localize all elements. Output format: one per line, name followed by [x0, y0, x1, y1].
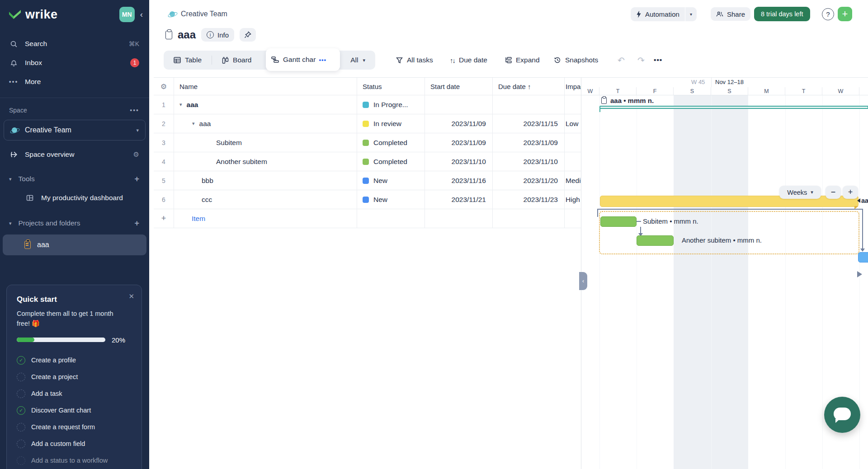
impact-cell[interactable] — [565, 95, 581, 114]
tab-options-icon[interactable]: ••• — [319, 56, 326, 63]
add-item-row[interactable]: + Item — [154, 209, 581, 228]
quick-start-item[interactable]: Add a task — [17, 385, 132, 402]
table-row[interactable]: 6 ccc New 2023/11/21 2023/11/23 High — [154, 190, 581, 209]
zoom-scale-dropdown[interactable]: Weeks ▾ — [779, 186, 821, 199]
table-row[interactable]: 5 bbb New 2023/11/16 2023/11/20 Mediu — [154, 171, 581, 190]
task-name-cell[interactable]: Another subitem — [174, 152, 357, 171]
chevron-down-icon[interactable]: ▾ — [192, 121, 195, 127]
status-cell[interactable]: New — [357, 190, 425, 209]
sidebar-item-space-overview[interactable]: Space overview ⚙ — [0, 145, 149, 164]
pin-button[interactable] — [240, 28, 256, 42]
table-row[interactable]: 1 ▾aaa In Progre... — [154, 95, 581, 114]
add-project-button[interactable]: + — [134, 219, 139, 228]
table-settings-gear-icon[interactable]: ⚙ — [154, 78, 174, 95]
add-item-plus-icon[interactable]: + — [154, 209, 174, 228]
space-menu-icon[interactable]: ••• — [130, 107, 139, 114]
start-date-cell[interactable]: 2023/11/10 — [425, 152, 493, 171]
help-button[interactable]: ? — [822, 8, 834, 20]
start-date-cell[interactable]: 2023/11/16 — [425, 171, 493, 190]
column-header-status[interactable]: Status — [357, 78, 425, 95]
status-cell[interactable]: Completed — [357, 152, 425, 171]
column-header-due-date[interactable]: Due date ↑ — [493, 78, 565, 95]
close-icon[interactable]: ✕ — [128, 292, 134, 300]
due-date-cell[interactable]: 2023/11/15 — [493, 114, 565, 133]
gantt-summary-label[interactable]: aaa • mmm n. — [601, 97, 654, 104]
sidebar-item-inbox[interactable]: Inbox 1 — [0, 53, 149, 72]
column-header-start-date[interactable]: Start date — [425, 78, 493, 95]
offscreen-task-arrow-icon[interactable] — [857, 271, 862, 277]
filter-button[interactable]: All tasks — [396, 52, 433, 68]
sidebar-collapse-icon[interactable]: ‹ — [140, 9, 143, 19]
gantt-bar-bbb[interactable] — [858, 252, 868, 263]
chat-widget-button[interactable] — [824, 397, 860, 433]
due-date-cell[interactable] — [493, 95, 565, 114]
impact-cell[interactable] — [565, 133, 581, 152]
start-date-cell[interactable]: 2023/11/09 — [425, 114, 493, 133]
gantt-summary-bar[interactable] — [599, 106, 868, 109]
column-header-name[interactable]: Name — [174, 78, 357, 95]
sidebar-item-project-aaa[interactable]: aaa — [3, 234, 146, 255]
sidebar-item-more[interactable]: ••• More — [0, 72, 149, 91]
info-button[interactable]: i Info — [201, 28, 234, 42]
task-name-cell[interactable]: ccc — [174, 190, 357, 209]
undo-button[interactable]: ↶ — [618, 52, 625, 68]
start-date-cell[interactable] — [425, 95, 493, 114]
quick-start-item[interactable]: Create a request form — [17, 419, 132, 436]
tab-board[interactable]: Board — [212, 51, 261, 70]
toolbar-more-button[interactable]: ••• — [654, 52, 662, 68]
share-button[interactable]: Share — [711, 7, 750, 21]
space-selector[interactable]: Creative Team ▾ — [4, 120, 146, 141]
impact-cell[interactable]: Mediu — [565, 171, 581, 190]
sidebar-item-productivity-dashboard[interactable]: My productivity dashboard — [0, 188, 149, 207]
impact-cell[interactable]: Low — [565, 114, 581, 133]
table-row[interactable]: 3 Subitem Completed 2023/11/09 2023/11/0… — [154, 133, 581, 152]
due-date-cell[interactable]: 2023/11/23 — [493, 190, 565, 209]
tools-group[interactable]: ▾ Tools + — [0, 169, 149, 188]
start-date-cell[interactable]: 2023/11/21 — [425, 190, 493, 209]
projects-group[interactable]: ▾ Projects and folders + — [0, 214, 149, 233]
redo-button[interactable]: ↷ — [637, 52, 645, 68]
tab-gantt-chart-selected[interactable]: Gantt char ••• — [266, 48, 340, 71]
wrike-logo[interactable]: wrike — [25, 8, 58, 22]
due-date-cell[interactable]: 2023/11/10 — [493, 152, 565, 171]
quick-start-item[interactable]: ✓ Discover Gantt chart — [17, 402, 132, 419]
task-name-cell[interactable]: ▾aaa — [174, 114, 357, 133]
task-name-cell[interactable]: bbb — [174, 171, 357, 190]
breadcrumb[interactable]: Creative Team — [168, 10, 227, 18]
expand-button[interactable]: Expand — [505, 52, 540, 68]
sidebar-item-search[interactable]: Search ⌘K — [0, 34, 149, 53]
quick-start-item[interactable]: ✓ Create a profile — [17, 352, 132, 369]
quick-start-item[interactable]: Add a status to a workflow — [17, 452, 132, 469]
zoom-in-button[interactable]: + — [843, 186, 858, 199]
impact-cell[interactable]: High — [565, 190, 581, 209]
status-cell[interactable]: In review — [357, 114, 425, 133]
chevron-down-icon[interactable]: ▾ — [685, 12, 697, 17]
status-cell[interactable]: New — [357, 171, 425, 190]
gantt-bar-subitem[interactable] — [600, 216, 637, 227]
avatar[interactable]: MN — [119, 7, 135, 22]
column-header-impact[interactable]: Impact — [565, 78, 581, 95]
gantt-bar-another-subitem[interactable] — [637, 235, 674, 246]
create-new-button[interactable]: + — [838, 7, 852, 21]
zoom-out-button[interactable]: − — [826, 186, 841, 199]
due-date-cell[interactable]: 2023/11/09 — [493, 133, 565, 152]
chevron-down-icon[interactable]: ▾ — [179, 102, 182, 108]
panel-splitter-handle[interactable]: ‹ — [579, 272, 587, 290]
snapshots-button[interactable]: Snapshots — [554, 52, 598, 68]
tab-table[interactable]: Table — [164, 51, 212, 70]
add-tool-button[interactable]: + — [134, 174, 139, 184]
quick-start-item[interactable]: Add a custom field — [17, 436, 132, 452]
task-name-cell[interactable]: ▾aaa — [174, 95, 357, 114]
quick-start-item[interactable]: Create a project — [17, 369, 132, 385]
sort-button[interactable]: ↑↓ Due date — [450, 52, 487, 68]
gear-icon[interactable]: ⚙ — [133, 150, 139, 159]
status-cell[interactable]: Completed — [357, 133, 425, 152]
all-views-dropdown[interactable]: All ▾ — [340, 51, 375, 70]
due-date-cell[interactable]: 2023/11/20 — [493, 171, 565, 190]
status-cell[interactable]: In Progre... — [357, 95, 425, 114]
table-row[interactable]: 2 ▾aaa In review 2023/11/09 2023/11/15 L… — [154, 114, 581, 133]
automation-button[interactable]: Automation ▾ — [631, 7, 697, 21]
impact-cell[interactable] — [565, 152, 581, 171]
trial-days-badge[interactable]: 8 trial days left — [754, 7, 810, 21]
table-row[interactable]: 4 Another subitem Completed 2023/11/10 2… — [154, 152, 581, 171]
